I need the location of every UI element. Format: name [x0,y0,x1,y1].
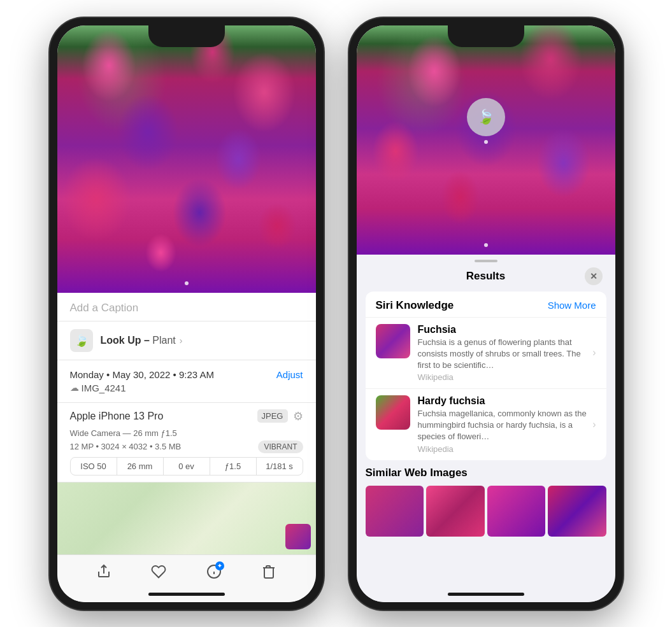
chevron-icon: › [177,335,183,346]
info-button[interactable]: ✦ [206,564,222,583]
fuchsia-thumbnail [376,324,410,358]
similar-title: Similar Web Images [366,467,606,479]
exif-focal: 26 mm [117,458,164,475]
favorite-button[interactable] [151,564,166,583]
results-header: Results ✕ [357,265,615,292]
app-container: Add a Caption 🍃 Look Up – Plant › Monday… [0,0,672,627]
map-area[interactable] [57,483,316,554]
device-info: Apple iPhone 13 Pro JPEG ⚙ Wide Camera —… [57,403,316,483]
hardy-content: Hardy fuchsia Fuchsia magellanica, commo… [418,395,596,454]
page-indicator [185,281,189,285]
section-header: Siri Knowledge Show More [366,292,606,317]
similar-section: Similar Web Images [357,467,615,537]
hardy-thumbnail [376,395,410,430]
drag-handle[interactable] [475,260,497,262]
similar-img-1[interactable] [366,486,424,537]
device-row: Apple iPhone 13 Pro JPEG ⚙ [70,409,303,423]
fuchsia-content: Fuchsia Fuchsia is a genus of flowering … [418,324,596,383]
home-indicator [148,593,225,596]
fuchsia-chevron: › [592,347,596,358]
results-title: Results [387,270,585,283]
exif-shutter: 1/181 s [257,458,303,475]
show-more-button[interactable]: Show More [548,300,596,311]
date-row: Monday • May 30, 2022 • 9:23 AM Adjust [70,369,303,380]
siri-lookup-button[interactable]: 🍃 [467,98,505,136]
adjust-button[interactable]: Adjust [276,369,303,380]
left-phone: Add a Caption 🍃 Look Up – Plant › Monday… [50,18,324,610]
camera-detail: Wide Camera — 26 mm ƒ1.5 [70,428,303,438]
caption-area[interactable]: Add a Caption [57,293,316,321]
lookup-row[interactable]: 🍃 Look Up – Plant › [57,321,316,360]
similar-images-grid [366,486,606,537]
date-text: Monday • May 30, 2022 • 9:23 AM [70,369,214,380]
fuchsia-desc: Fuchsia is a genus of flowering plants t… [418,337,596,372]
siri-knowledge-section: Siri Knowledge Show More Fuchsia Fuchsia… [366,292,606,460]
right-photo-area: 🍃 [357,25,615,255]
badges: JPEG ⚙ [257,409,303,423]
right-home-indicator [448,593,524,596]
right-notch [448,25,524,47]
similar-img-3[interactable] [487,486,546,537]
similar-img-2[interactable] [426,486,485,537]
settings-icon: ⚙ [293,409,303,423]
cloud-icon: ☁ [70,383,79,393]
delete-button[interactable] [261,564,276,583]
exif-ev: 0 ev [164,458,210,475]
siri-dot [484,140,488,144]
right-phone-screen: 🍃 Results ✕ Siri Knowledge Show More [357,25,615,602]
mp-row: 12 MP • 3024 × 4032 • 3.5 MB VIBRANT [70,440,303,453]
photo-area[interactable] [57,25,316,293]
location-row: ☁ IMG_4241 [70,383,303,393]
format-badge: JPEG [257,409,288,423]
photo-info: Monday • May 30, 2022 • 9:23 AM Adjust ☁… [57,360,316,403]
vibrant-badge: VIBRANT [258,440,303,453]
results-panel: Results ✕ Siri Knowledge Show More [357,255,615,602]
flower-image [57,25,316,293]
lookup-text: Look Up – Plant › [101,335,183,346]
hardy-source: Wikipedia [418,444,596,454]
left-phone-screen: Add a Caption 🍃 Look Up – Plant › Monday… [57,25,316,602]
lookup-icon-container: 🍃 [70,329,93,352]
knowledge-item-fuchsia[interactable]: Fuchsia Fuchsia is a genus of flowering … [366,317,606,389]
hardy-name: Hardy fuchsia [418,395,596,407]
notch [148,25,225,47]
similar-img-4[interactable] [548,486,606,537]
info-badge: ✦ [215,561,224,570]
filename: IMG_4241 [82,383,126,393]
siri-leaf-icon: 🍃 [477,109,494,125]
caption-placeholder: Add a Caption [70,302,139,314]
exif-iso: ISO 50 [71,458,117,475]
mp-text: 12 MP • 3024 × 4032 • 3.5 MB [70,442,182,451]
exif-aperture: ƒ1.5 [210,458,257,475]
fuchsia-name: Fuchsia [418,324,596,335]
leaf-icon: 🍃 [75,334,89,348]
knowledge-item-hardy[interactable]: Hardy fuchsia Fuchsia magellanica, commo… [366,388,606,460]
device-name: Apple iPhone 13 Pro [70,411,164,422]
exif-row: ISO 50 26 mm 0 ev ƒ1.5 1/181 s [70,457,303,476]
siri-knowledge-title: Siri Knowledge [376,299,454,312]
right-phone: 🍃 Results ✕ Siri Knowledge Show More [349,18,623,610]
fuchsia-source: Wikipedia [418,372,596,382]
share-button[interactable] [96,564,111,583]
hardy-chevron: › [592,419,596,430]
close-button[interactable]: ✕ [585,267,603,285]
map-thumbnail [285,524,311,549]
right-page-indicator [484,243,488,247]
hardy-desc: Fuchsia magellanica, commonly known as t… [418,408,596,443]
